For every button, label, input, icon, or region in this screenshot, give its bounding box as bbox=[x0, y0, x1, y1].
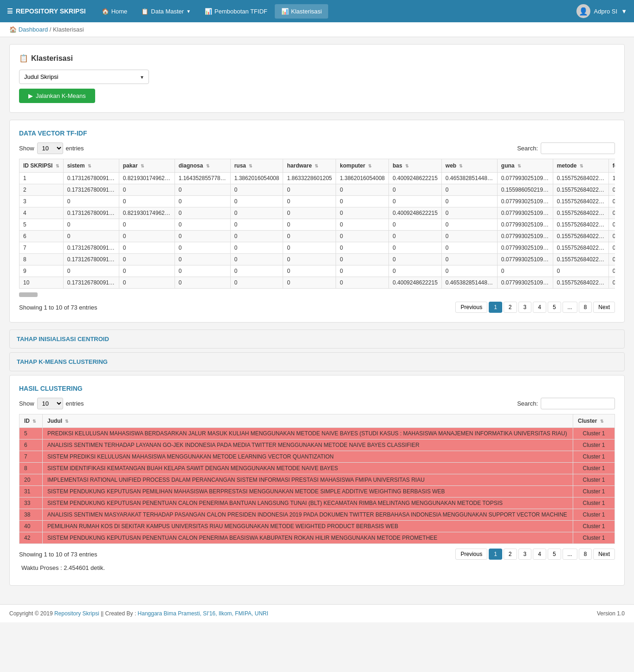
cell-web: 0 bbox=[441, 242, 497, 254]
col-bas[interactable]: bas ⇅ bbox=[389, 159, 442, 173]
cell-forward: 0 bbox=[608, 231, 615, 242]
cell-web: 0.46538285144842 bbox=[441, 173, 497, 184]
hasil-card: HASIL CLUSTERING Show 10 25 50 100 entri… bbox=[9, 375, 625, 586]
tfidf-next-button[interactable]: Next bbox=[593, 302, 615, 313]
data-master-icon: 📋 bbox=[141, 8, 149, 15]
cell-id: 31 bbox=[19, 486, 43, 498]
cell-bas: 0 bbox=[389, 196, 442, 207]
avatar: 👤 bbox=[576, 4, 590, 18]
tfidf-page-3[interactable]: 3 bbox=[518, 302, 532, 313]
tfidf-search-input[interactable] bbox=[541, 142, 615, 154]
cell-diagnosa: 0 bbox=[175, 231, 230, 242]
col-hardware[interactable]: hardware ⇅ bbox=[283, 159, 336, 173]
hasil-show-label: Show bbox=[19, 400, 34, 407]
horizontal-scrollbar[interactable] bbox=[19, 292, 38, 297]
run-kmeans-button[interactable]: ▶ Jalankan K-Means bbox=[19, 89, 95, 103]
cell-id: 8 bbox=[19, 463, 43, 474]
col-id-skripsi[interactable]: ID SKRIPSI ⇅ bbox=[19, 159, 64, 173]
cell-judul: ANALISIS SENTIMEN TERHADAP LAYANAN GO-JE… bbox=[43, 439, 573, 451]
hasil-page-5[interactable]: 5 bbox=[548, 549, 561, 560]
tfidf-entries-select[interactable]: 10 25 50 100 bbox=[37, 142, 63, 154]
cell-id: 20 bbox=[19, 474, 43, 486]
cell-cluster: Cluster 1 bbox=[573, 428, 615, 439]
cell-judul: IMPLEMENTASI RATIONAL UNIFIED PROCESS DA… bbox=[43, 474, 573, 486]
hasil-search-input[interactable] bbox=[541, 398, 615, 409]
tfidf-page-5[interactable]: 5 bbox=[548, 302, 561, 313]
cell-komputer: 0 bbox=[336, 184, 389, 196]
cell-metode: 0.15575268402252 bbox=[553, 173, 608, 184]
table-row: 3000000000.0779930251096890.155752684022… bbox=[19, 196, 615, 207]
sort-arrows-pakar: ⇅ bbox=[141, 164, 144, 168]
process-time: Waktu Proses : 2.454601 detik. bbox=[19, 560, 615, 576]
cell-bas: 0 bbox=[389, 254, 442, 265]
cell-judul: SISTEM PENDUKUNG KEPUTUSAN PENENTUAN CAL… bbox=[43, 532, 573, 544]
centroid-header[interactable]: TAHAP INISIALISASI CENTROID bbox=[10, 330, 624, 348]
col-diagnosa[interactable]: diagnosa ⇅ bbox=[175, 159, 230, 173]
cell-cluster: Cluster 1 bbox=[573, 509, 615, 521]
tfidf-pagination-area: Showing 1 to 10 of 73 entries Previous 1… bbox=[19, 302, 615, 313]
col-sistem[interactable]: sistem ⇅ bbox=[63, 159, 119, 173]
col-forward[interactable]: forward ⇅ bbox=[608, 159, 615, 173]
cell-forward: 0 bbox=[608, 265, 615, 277]
cell-bas: 0 bbox=[389, 219, 442, 231]
col-web[interactable]: web ⇅ bbox=[441, 159, 497, 173]
hasil-page-1[interactable]: 1 bbox=[489, 549, 502, 560]
col-pakar[interactable]: pakar ⇅ bbox=[119, 159, 175, 173]
home-icon: 🏠 bbox=[102, 8, 109, 15]
brand-text: REPOSITORY SKRIPSI bbox=[16, 7, 86, 15]
cell-rusa: 0 bbox=[230, 265, 283, 277]
hasil-page-8[interactable]: 8 bbox=[579, 549, 592, 560]
cell-judul: SISTEM PREDIKSI KELULUSAN MAHASISWA MENG… bbox=[43, 451, 573, 463]
cell-pakar: 0 bbox=[119, 265, 175, 277]
tfidf-page-4[interactable]: 4 bbox=[533, 302, 546, 313]
list-item: 40PEMILIHAN RUMAH KOS DI SEKITAR KAMPUS … bbox=[19, 521, 615, 532]
cell-pakar: 0 bbox=[119, 196, 175, 207]
sort-id-icon: ⇅ bbox=[32, 419, 36, 424]
judul-select[interactable]: Judul Skripsi bbox=[19, 70, 149, 84]
tfidf-page-1[interactable]: 1 bbox=[489, 302, 502, 313]
cell-guna: 0 bbox=[497, 265, 553, 277]
cell-guna: 0.077993025109689 bbox=[497, 242, 553, 254]
hasil-page-3[interactable]: 3 bbox=[518, 549, 532, 560]
hasil-next-button[interactable]: Next bbox=[593, 549, 615, 560]
repo-link[interactable]: Repository Skripsi bbox=[54, 610, 99, 617]
user-chevron-icon: ▼ bbox=[621, 8, 627, 15]
cell-komputer: 0 bbox=[336, 242, 389, 254]
cell-cluster: Cluster 1 bbox=[573, 486, 615, 498]
creator-link[interactable]: Hanggara Bima Pramesti, SI'16, Ilkom, FM… bbox=[138, 610, 268, 617]
breadcrumb-home-link[interactable]: Dashboard bbox=[19, 26, 48, 33]
col-guna[interactable]: guna ⇅ bbox=[497, 159, 553, 173]
col-metode[interactable]: metode ⇅ bbox=[553, 159, 608, 173]
hasil-page-4[interactable]: 4 bbox=[533, 549, 546, 560]
nav-klasterisasi[interactable]: 📊 Klasterisasi bbox=[275, 4, 328, 19]
cell-metode: 0.15575268402252 bbox=[553, 254, 608, 265]
hasil-prev-button[interactable]: Previous bbox=[455, 549, 487, 560]
kmeans-header[interactable]: TAHAP K-MEANS CLUSTERING bbox=[10, 353, 624, 371]
cell-rusa: 0 bbox=[230, 254, 283, 265]
cell-judul: SISTEM IDENTIFIKASI KEMATANGAN BUAH KELA… bbox=[43, 463, 573, 474]
hasil-showing-text: Showing 1 to 10 of 73 entries bbox=[19, 551, 97, 558]
cell-pakar: 0 bbox=[119, 219, 175, 231]
hasil-page-2[interactable]: 2 bbox=[504, 549, 517, 560]
cell-judul: PREDIKSI KELULUSAN MAHASISWA BERDASARKAN… bbox=[43, 428, 573, 439]
cell-hardware: 0 bbox=[283, 242, 336, 254]
cell-komputer: 1.3862016054008 bbox=[336, 173, 389, 184]
cell-sistem: 0 bbox=[63, 219, 119, 231]
hasil-entries-select[interactable]: 10 25 50 100 bbox=[37, 398, 63, 409]
sort-arrows-komputer: ⇅ bbox=[368, 164, 372, 168]
main-content: 📋 Klasterisasi Judul Skripsi ▶ Jalankan … bbox=[0, 37, 634, 600]
cell-web: 0 bbox=[441, 219, 497, 231]
tfidf-page-2[interactable]: 2 bbox=[504, 302, 517, 313]
table-row: 70.1731267800919400000000.07799302510968… bbox=[19, 242, 615, 254]
nav-data-master[interactable]: 📋 Data Master ▼ bbox=[135, 4, 197, 19]
col-id[interactable]: ID ⇅ bbox=[19, 414, 43, 428]
col-rusa[interactable]: rusa ⇅ bbox=[230, 159, 283, 173]
tfidf-page-8[interactable]: 8 bbox=[579, 302, 592, 313]
col-komputer[interactable]: komputer ⇅ bbox=[336, 159, 389, 173]
nav-pembobotan[interactable]: 📊 Pembobotan TFIDF bbox=[198, 4, 274, 19]
tfidf-prev-button[interactable]: Previous bbox=[455, 302, 487, 313]
nav-home[interactable]: 🏠 Home bbox=[95, 4, 134, 19]
col-judul[interactable]: Judul ⇅ bbox=[43, 414, 573, 428]
cell-hardware: 0 bbox=[283, 231, 336, 242]
col-cluster[interactable]: Cluster ⇅ bbox=[573, 414, 615, 428]
